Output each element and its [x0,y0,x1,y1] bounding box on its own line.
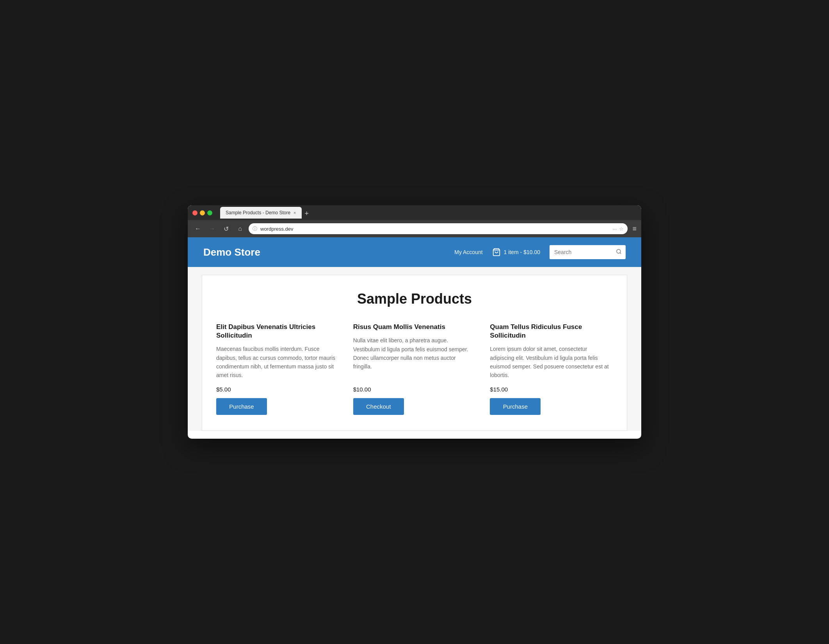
svg-point-1 [617,249,621,253]
url-bar-wrapper: ⓘ ··· ☆ [249,223,628,234]
url-info-icon: ⓘ [253,226,257,232]
product-title: Elit Dapibus Venenatis Ultricies Sollici… [216,323,339,340]
product-price: $5.00 [216,386,339,393]
search-button[interactable] [612,245,626,259]
cart-label: 1 item - $10.00 [504,249,540,255]
product-description: Maecenas faucibus mollis interdum. Fusce… [216,345,339,380]
cart-widget[interactable]: 1 item - $10.00 [492,248,540,256]
url-right-icons: ··· ☆ [613,226,624,232]
product-card: Quam Tellus Ridiculus Fusce Sollicitudin… [490,323,613,415]
site-content: Demo Store My Account 1 item - $10.00 [188,237,641,431]
my-account-link[interactable]: My Account [454,249,482,255]
search-icon [616,249,622,254]
more-options-btn[interactable]: ··· [613,226,617,232]
product-card: Risus Quam Mollis Venenatis Nulla vitae … [353,323,476,415]
active-tab[interactable]: Sample Products - Demo Store × [220,207,302,219]
product-button[interactable]: Purchase [216,398,267,415]
cart-icon [492,248,501,256]
minimize-traffic-light[interactable] [200,210,205,215]
product-price: $15.00 [490,386,613,393]
products-grid: Elit Dapibus Venenatis Ultricies Sollici… [216,323,613,415]
tab-close-btn[interactable]: × [294,210,296,215]
product-description: Nulla vitae elit libero, a pharetra augu… [353,336,476,380]
new-tab-button[interactable]: + [302,210,312,218]
search-input[interactable] [550,245,612,259]
site-logo[interactable]: Demo Store [203,246,260,258]
title-bar: Sample Products - Demo Store × + [188,205,641,220]
back-button[interactable]: ← [192,223,203,234]
product-price: $10.00 [353,386,476,393]
reload-button[interactable]: ↺ [221,223,231,234]
product-description: Lorem ipsum dolor sit amet, consectetur … [490,345,613,380]
product-button[interactable]: Purchase [490,398,541,415]
header-right: My Account 1 item - $10.00 [454,245,626,259]
browser-menu-btn[interactable]: ≡ [632,225,637,233]
tabs-bar: Sample Products - Demo Store × + [220,207,637,219]
maximize-traffic-light[interactable] [207,210,212,215]
product-card: Elit Dapibus Venenatis Ultricies Sollici… [216,323,339,415]
home-button[interactable]: ⌂ [235,223,245,234]
page-title: Sample Products [216,291,613,307]
forward-button[interactable]: → [206,223,217,234]
close-traffic-light[interactable] [192,210,197,215]
product-button[interactable]: Checkout [353,398,404,415]
main-content: Sample Products Elit Dapibus Venenatis U… [202,275,627,431]
product-title: Risus Quam Mollis Venenatis [353,323,476,331]
site-header: Demo Store My Account 1 item - $10.00 [188,237,641,267]
product-title: Quam Tellus Ridiculus Fusce Sollicitudin [490,323,613,340]
address-bar: ← → ↺ ⌂ ⓘ ··· ☆ ≡ [188,220,641,237]
url-input[interactable] [249,223,628,234]
traffic-lights [192,210,212,215]
bookmark-btn[interactable]: ☆ [619,226,624,232]
browser-window: Sample Products - Demo Store × + ← → ↺ ⌂… [188,205,641,439]
svg-line-2 [620,253,621,254]
search-box [550,245,626,259]
tab-title: Sample Products - Demo Store [226,210,290,215]
